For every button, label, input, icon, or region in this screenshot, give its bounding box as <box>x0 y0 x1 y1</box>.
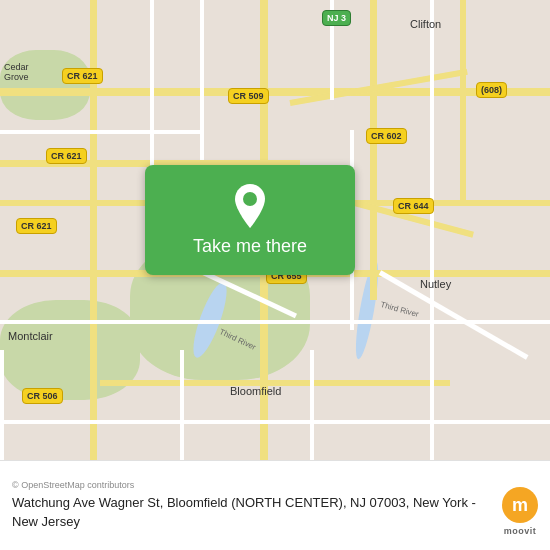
road-v3 <box>370 0 377 300</box>
road-sm7 <box>430 0 434 460</box>
badge-cr509: CR 509 <box>228 88 269 104</box>
road-sm5 <box>200 0 204 160</box>
road-v4 <box>460 0 466 200</box>
info-bar: © OpenStreetMap contributors Watchung Av… <box>0 460 550 550</box>
badge-cr608: (608) <box>476 82 507 98</box>
road-sm9 <box>180 350 184 460</box>
badge-cr506: CR 506 <box>22 388 63 404</box>
moovit-label: moovit <box>504 526 537 536</box>
place-bloomfield: Bloomfield <box>230 385 281 397</box>
moovit-logo: m moovit <box>502 487 538 536</box>
moovit-m-icon: m <box>502 487 538 523</box>
location-pin-icon <box>232 184 268 228</box>
badge-cr621-3: CR 621 <box>16 218 57 234</box>
badge-cr602: CR 602 <box>366 128 407 144</box>
place-montclair: Montclair <box>8 330 53 342</box>
place-clifton: Clifton <box>410 18 441 30</box>
road-sm1 <box>0 130 200 134</box>
road-h1 <box>0 88 550 96</box>
road-sm3 <box>0 420 550 424</box>
take-me-there-label: Take me there <box>193 236 307 257</box>
road-sm8 <box>0 350 4 460</box>
place-cedar-grove: CedarGrove <box>4 62 29 82</box>
map-container: Clifton Montclair Nutley Bloomfield Ceda… <box>0 0 550 550</box>
address-text: Watchung Ave Wagner St, Bloomfield (NORT… <box>12 494 538 530</box>
road-white2 <box>379 270 529 359</box>
svg-point-0 <box>243 192 257 206</box>
badge-nj3: NJ 3 <box>322 10 351 26</box>
attribution-text: © OpenStreetMap contributors <box>12 480 538 490</box>
badge-cr644: CR 644 <box>393 198 434 214</box>
take-me-there-button[interactable]: Take me there <box>145 165 355 275</box>
road-sm2 <box>0 320 550 324</box>
road-sm10 <box>310 350 314 460</box>
place-nutley: Nutley <box>420 278 451 290</box>
badge-cr621-1: CR 621 <box>62 68 103 84</box>
badge-cr621-2: CR 621 <box>46 148 87 164</box>
park-area-3 <box>0 50 90 120</box>
label-third-river-2: Third River <box>380 300 420 319</box>
